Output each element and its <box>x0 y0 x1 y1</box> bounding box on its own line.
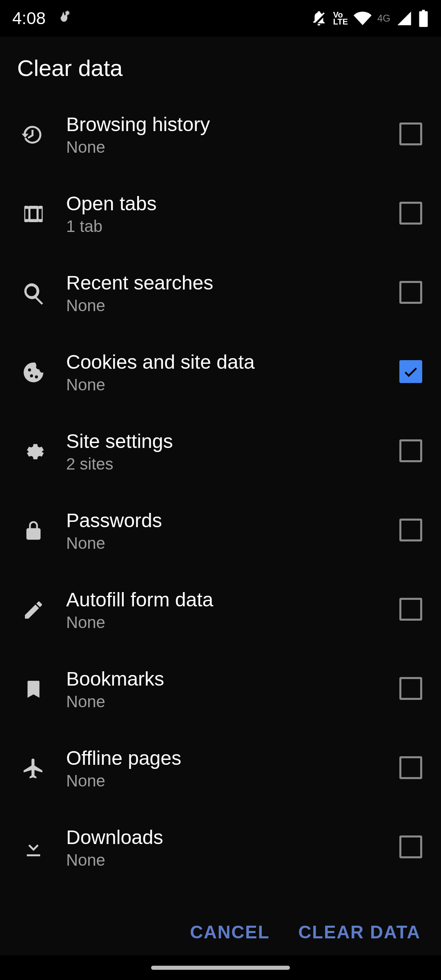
row-sub: None <box>66 534 383 552</box>
checkbox-browsing-history[interactable] <box>399 122 424 147</box>
download-icon <box>17 831 50 864</box>
row-sub: None <box>66 851 383 869</box>
checkbox-recent-searches[interactable] <box>399 281 424 305</box>
volte-icon: Vo LTE <box>333 11 348 25</box>
row-title: Bookmarks <box>66 668 383 690</box>
row-title: Passwords <box>66 509 383 532</box>
row-cookies[interactable]: Cookies and site data None <box>0 333 441 412</box>
row-open-tabs[interactable]: Open tabs 1 tab <box>0 174 441 254</box>
checkbox-downloads[interactable] <box>399 835 424 860</box>
row-title: Browsing history <box>66 113 383 136</box>
data-type-list: Browsing history None Open tabs 1 tab <box>0 95 441 911</box>
row-title: Downloads <box>66 826 383 849</box>
row-title: Autofill form data <box>66 588 383 611</box>
row-sub: None <box>66 693 383 711</box>
checkbox-passwords[interactable] <box>399 519 424 543</box>
row-title: Recent searches <box>66 272 383 294</box>
row-site-settings[interactable]: Site settings 2 sites <box>0 412 441 491</box>
clap-icon <box>57 8 74 29</box>
bookmark-icon <box>17 673 50 706</box>
status-time: 4:08 <box>12 9 46 28</box>
dialog-footer: CANCEL CLEAR DATA <box>0 911 441 956</box>
row-bookmarks[interactable]: Bookmarks None <box>0 650 441 729</box>
row-sub: None <box>66 613 383 632</box>
page-title: Clear data <box>0 37 441 95</box>
pencil-icon <box>17 594 50 626</box>
tabs-icon <box>17 198 50 230</box>
row-offline-pages[interactable]: Offline pages None <box>0 729 441 808</box>
row-browsing-history[interactable]: Browsing history None <box>0 95 441 174</box>
clear-data-button[interactable]: CLEAR DATA <box>298 922 421 942</box>
row-downloads[interactable]: Downloads None <box>0 808 441 887</box>
row-sub: None <box>66 296 383 315</box>
row-sub: None <box>66 772 383 790</box>
lock-icon <box>17 514 50 547</box>
row-title: Cookies and site data <box>66 351 383 373</box>
checkbox-site-settings[interactable] <box>399 439 424 464</box>
status-bar: 4:08 Vo LTE 4G <box>0 0 441 37</box>
row-title: Offline pages <box>66 747 383 769</box>
row-autofill[interactable]: Autofill form data None <box>0 570 441 650</box>
airplane-icon <box>17 752 50 785</box>
home-indicator[interactable] <box>151 966 290 970</box>
row-sub: None <box>66 138 383 156</box>
row-sub: None <box>66 376 383 394</box>
signal-icon <box>396 10 412 27</box>
history-icon <box>17 118 50 151</box>
checkbox-open-tabs[interactable] <box>399 202 424 226</box>
checkbox-autofill[interactable] <box>399 598 424 622</box>
checkbox-cookies[interactable] <box>399 360 424 385</box>
checkbox-offline-pages[interactable] <box>399 756 424 781</box>
row-title: Open tabs <box>66 192 383 215</box>
wifi-icon <box>354 9 372 27</box>
row-sub: 1 tab <box>66 217 383 236</box>
row-recent-searches[interactable]: Recent searches None <box>0 254 441 333</box>
row-title: Site settings <box>66 430 383 452</box>
checkbox-bookmarks[interactable] <box>399 677 424 702</box>
cookie-icon <box>17 356 50 389</box>
row-passwords[interactable]: Passwords None <box>0 491 441 570</box>
navigation-bar <box>0 956 441 980</box>
cancel-button[interactable]: CANCEL <box>190 922 270 942</box>
battery-icon <box>418 10 429 27</box>
notification-off-icon <box>310 10 327 27</box>
row-sub: 2 sites <box>66 455 383 473</box>
gear-icon <box>17 435 50 468</box>
network-type: 4G <box>377 13 390 24</box>
search-icon <box>17 277 50 310</box>
